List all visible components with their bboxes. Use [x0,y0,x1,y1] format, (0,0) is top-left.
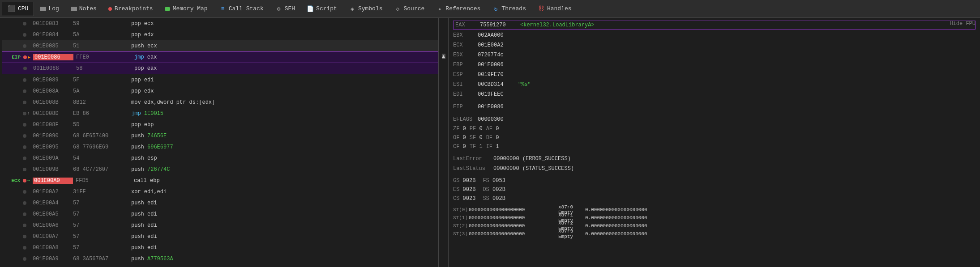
eip-reg-value: 001E0086 [478,104,518,110]
addr-col: 001E0083 [33,21,73,27]
bytes-col: FFD5 [73,178,131,184]
table-row[interactable]: 001E00A2 31FF xor edi,edi [2,186,438,197]
bp-col [22,123,27,127]
table-row[interactable]: 001E0085 51 push ecx [2,40,438,51]
asm-col: pop edx [131,32,438,38]
bytes-col: EB 86 [73,110,131,117]
seg-row1: GS 002B FS 0053 [453,176,976,185]
script-icon: 📄 [307,5,314,13]
seh-icon: ⚙ [275,5,282,13]
st3-float: 0.0000000000000000000 [585,231,647,237]
eflags-value: 00000300 [478,116,518,123]
notes-icon [71,7,77,11]
bp-col [22,190,27,194]
table-row[interactable]: 001E00A4 57 push edi [2,197,438,208]
edi-label: EDI [453,91,478,97]
asm-col: push edi [131,233,438,240]
table-row[interactable]: 001E0084 5A pop edx [2,29,438,40]
bp-col [22,145,27,149]
bytes-col: 57 [73,245,131,251]
bp-empty [23,201,26,205]
table-row[interactable]: 001E0088 58 pop eax [2,63,438,74]
df-flag: DF 0 [486,135,499,141]
hide-fpu-button[interactable]: Hide FPU [950,21,976,27]
st2-float: 0.0000000000000000000 [585,223,647,229]
laststatus-value: 00000000 (STATUS_SUCCESS) [493,165,574,172]
table-row[interactable]: 001E0095 68 77696E69 push 696E6977 [2,141,438,153]
tab-script[interactable]: 📄 Script [301,2,343,16]
arrow-col: ↑ [27,111,33,116]
addr-col: 001E0090 [33,133,73,139]
disasm-panel: 001E0083 59 pop ecx 001E0084 5A pop edx … [0,18,439,267]
ecx-row[interactable]: ECX 001E00A2 [453,40,976,50]
tab-cpu-label: CPU [18,5,28,12]
tab-seh[interactable]: ⚙ SEH [270,2,301,16]
bytes-col: FFE0 [73,54,132,60]
table-row[interactable]: 001E008A 5A pop edx [2,85,438,97]
asm-col: pop edx [131,88,438,94]
tab-log[interactable]: Log [34,2,64,16]
table-row[interactable]: 001E00A5 57 push edi [2,208,438,220]
tab-call-stack[interactable]: ≡ Call Stack [214,2,270,16]
table-row-eip[interactable]: EIP ▶ 001E0086 FFE0 jmp eax [2,51,438,63]
tab-handles[interactable]: ⛓ Handles [532,2,578,16]
edi-value: 0019FEEC [478,91,518,97]
tab-symbols[interactable]: ◈ Symbols [343,2,389,16]
bytes-col: 57 [73,233,131,240]
table-row[interactable]: 001E0089 5F pop edi [2,74,438,85]
asm-col: push 74656E [131,133,438,139]
table-row[interactable]: 001E00A7 57 push edi [2,231,438,242]
ebx-row[interactable]: EBX 002AA000 [453,30,976,40]
ebp-row[interactable]: EBP 001E0006 [453,60,976,70]
table-row[interactable]: 001E0090 68 6E657400 push 74656E [2,130,438,141]
eax-row[interactable]: EAX 75591270 <kernel32.LoadLibraryA> [453,21,976,30]
tab-notes[interactable]: Notes [65,2,103,16]
table-row[interactable]: 001E009B 68 4C772607 push 726774C [2,164,438,175]
scroll-triangle-up[interactable]: ▲ [442,54,445,59]
table-row[interactable]: ↑ 001E008D EB 86 jmp 1E0015 [2,108,438,119]
tab-memory-map[interactable]: Memory Map [159,2,214,16]
bp-col [22,44,27,48]
bp-col [22,179,27,182]
tab-source[interactable]: ◇ Source [389,2,431,16]
table-row[interactable]: 001E008F 5D pop ebp [2,119,438,130]
table-row[interactable]: 001E0083 59 pop ecx [2,18,438,29]
addr-col: 001E009A [33,155,73,161]
addr-col-eip: 001E0086 [33,54,73,60]
lasterror-value: 00000000 (ERROR_SUCCESS) [493,156,571,162]
table-row[interactable]: 001E00A8 57 push edi [2,242,438,253]
table-row[interactable]: 001E00A6 57 push edi [2,220,438,231]
esp-row[interactable]: ESP 0019FE70 [453,70,976,80]
table-row[interactable]: 001E009A 54 push esp [2,153,438,164]
addr-col: 001E00A7 [33,233,73,240]
addr-col: 001E008A [33,88,73,94]
bytes-col: 5F [73,77,131,83]
tab-cpu[interactable]: ⬛ CPU [2,2,34,16]
memory-map-icon [165,7,170,11]
st1-value: 0000000000000000000 [469,215,558,220]
bytes-col: 57 [73,200,131,206]
table-row[interactable]: 001E008B 8B12 mov edx,dword ptr ds:[edx] [2,97,438,108]
edi-row[interactable]: EDI 0019FEEC [453,89,976,99]
tab-threads[interactable]: ↻ Threads [486,2,532,16]
bp-empty [23,134,26,138]
tab-breakpoints[interactable]: Breakpoints [103,2,159,16]
bytes-col: 8B12 [73,99,131,106]
of-flag: OF 0 [453,135,466,141]
ebp-value: 001E0006 [478,62,518,68]
bp-col [22,78,27,82]
esi-row[interactable]: ESI 00CBD314 "%s" [453,80,976,89]
asm-col: pop edi [131,77,438,83]
edx-row[interactable]: EDX 0726774c [453,50,976,60]
ss-seg: SS 002B [483,195,505,202]
bp-empty [23,22,26,25]
bytes-col: 68 3A5679A7 [73,256,131,262]
table-row-ecx[interactable]: ECX → 001E00A0 FFD5 call ebp [2,175,438,186]
bytes-col: 58 [73,65,132,72]
asm-col: push ecx [131,43,438,49]
bp-col [22,55,28,59]
tab-references[interactable]: ✦ References [430,2,486,16]
table-row[interactable]: 001E00A9 68 3A5679A7 push A779563A [2,253,438,264]
eip-row[interactable]: EIP 001E0086 [453,102,976,112]
eflags-row[interactable]: EFLAGS 00000300 [453,114,976,124]
